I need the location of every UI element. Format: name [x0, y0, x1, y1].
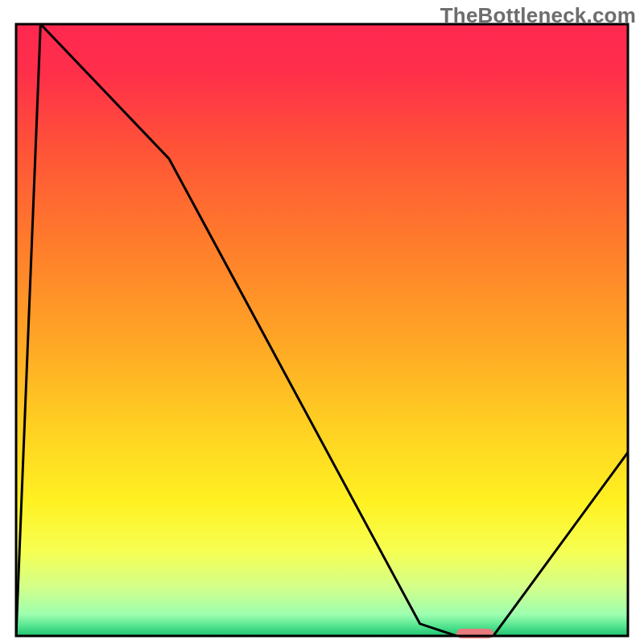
chart-container: TheBottleneck.com: [0, 0, 644, 644]
watermark-label: TheBottleneck.com: [440, 3, 636, 28]
plot-area: [16, 24, 628, 638]
gradient-background: [16, 24, 628, 636]
bottleneck-chart: [0, 0, 644, 644]
